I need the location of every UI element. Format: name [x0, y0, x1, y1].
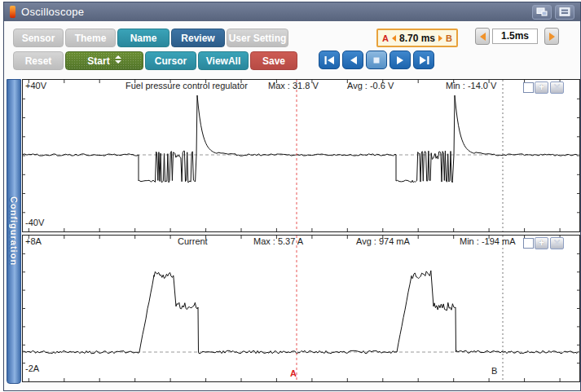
reset-button[interactable]: Reset: [13, 51, 64, 70]
ab-readout-b-label: B: [446, 33, 452, 43]
waveform-trace: [23, 271, 579, 354]
window-restore-icon: [536, 7, 548, 16]
skip-to-start-button[interactable]: [319, 51, 340, 69]
ch2-checkbox[interactable]: [523, 238, 534, 249]
timebase-value: 1.5ms: [492, 29, 538, 44]
skip-to-start-icon: [324, 56, 335, 64]
ch2-bottom-scale: -2A: [25, 363, 39, 373]
channel-panel-1: +40V Fuel pressure control regulator Max…: [22, 79, 580, 232]
toolbar: Sensor Theme Name Review User Setting A …: [4, 21, 580, 78]
review-button[interactable]: Review: [171, 29, 225, 47]
save-button[interactable]: Save: [250, 51, 297, 70]
ch2-signal-name: Current: [178, 236, 208, 246]
play-button[interactable]: [390, 51, 411, 69]
waveform-trace: [23, 95, 578, 183]
cursor-a-label: A: [290, 368, 297, 378]
ch2-close-button[interactable]: ✕: [550, 237, 564, 249]
ch2-max-readout: Max : 5.37 A: [253, 236, 303, 246]
configuration-tab-label: Configuration: [9, 196, 19, 266]
ch1-checkbox[interactable]: [523, 82, 534, 93]
window-title: Oscilloscope: [21, 6, 84, 18]
ch2-min-readout: Min : -194 mA: [460, 236, 515, 246]
stop-button[interactable]: [366, 51, 387, 69]
oscilloscope-window: Oscilloscope Sensor Theme Name Review U: [3, 2, 581, 391]
ch2-avg-readout: Avg : 974 mA: [356, 236, 410, 246]
start-spinner-icon: [115, 55, 121, 64]
cursor-button[interactable]: Cursor: [145, 51, 196, 70]
window-controls: [532, 5, 580, 20]
ab-time-readout: A 8.70 ms B: [376, 29, 458, 47]
channel-panel-2: +8A Current Max : 5.37 A Avg : 974 mA Mi…: [22, 235, 580, 382]
transport-controls: [319, 51, 434, 69]
window-minimize-button[interactable]: [555, 5, 574, 20]
theme-button[interactable]: Theme: [65, 29, 116, 47]
step-back-button[interactable]: [342, 51, 363, 69]
name-button[interactable]: Name: [117, 29, 169, 47]
channel1-plot: [23, 80, 579, 231]
ch1-max-readout: Max : 31.8 V: [268, 81, 319, 90]
ch1-min-readout: Min : -14.0 V: [446, 81, 496, 90]
skip-to-end-icon: [419, 56, 429, 64]
ab-readout-a-label: A: [382, 33, 389, 43]
ab-time-value: 8.70 ms: [399, 33, 435, 44]
start-button-label: Start: [87, 55, 109, 67]
skip-to-end-button[interactable]: [413, 51, 434, 69]
ch1-zoom-button[interactable]: +: [535, 81, 548, 94]
sensor-button[interactable]: Sensor: [13, 29, 64, 47]
ch1-close-button[interactable]: ✕: [550, 81, 564, 94]
app-icon: [10, 6, 15, 18]
b-marker-arrow-icon: [438, 35, 442, 42]
grid-ticks: [23, 236, 579, 381]
cursor-b-label: B: [491, 366, 497, 376]
window-minimize-icon: [559, 7, 570, 16]
left-arrow-icon: [480, 33, 486, 41]
ch2-zoom-button[interactable]: +: [535, 237, 548, 249]
a-marker-arrow-icon: [392, 35, 396, 42]
stop-icon: [372, 56, 381, 64]
step-back-icon: [349, 56, 358, 64]
right-arrow-icon: [549, 33, 555, 41]
ch1-bottom-scale: -40V: [25, 218, 44, 227]
ch1-top-scale: +40V: [25, 81, 46, 90]
ch1-signal-name: Fuel pressure control regulator: [125, 81, 248, 90]
viewall-button[interactable]: ViewAll: [198, 51, 249, 70]
timebase-increase-button[interactable]: [544, 28, 559, 45]
play-icon: [396, 56, 405, 64]
ch1-avg-readout: Avg : -0.6 V: [347, 81, 394, 90]
ch2-top-scale: +8A: [25, 236, 42, 246]
window-restore-button[interactable]: [532, 5, 552, 20]
titlebar: Oscilloscope: [4, 2, 580, 21]
start-button[interactable]: Start: [65, 51, 143, 70]
channel2-plot: [23, 236, 579, 381]
timebase-decrease-button[interactable]: [475, 28, 490, 45]
configuration-tab[interactable]: Configuration: [7, 79, 21, 384]
user-setting-button[interactable]: User Setting: [227, 29, 288, 47]
